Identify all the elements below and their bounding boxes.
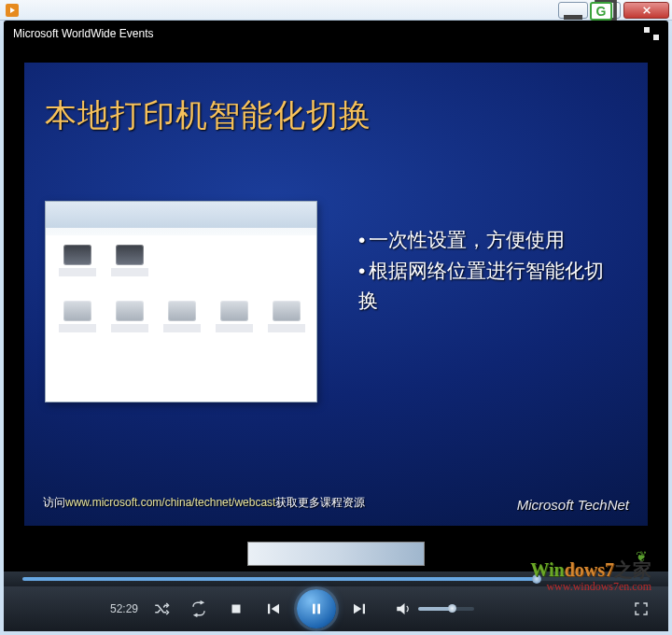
svg-rect-5 — [313, 604, 315, 614]
close-button[interactable] — [623, 2, 669, 19]
video-stage: 本地打印机智能化切换 — [4, 47, 668, 536]
player-header: Microsoft WorldWide Events — [4, 21, 668, 47]
previous-button[interactable] — [259, 595, 287, 623]
fullscreen-button[interactable] — [627, 595, 655, 623]
bullet-item: 根据网络位置进行智能化切换 — [358, 256, 623, 317]
ime-badge[interactable]: G — [590, 2, 612, 21]
slide-screenshot — [45, 201, 317, 402]
mute-button[interactable] — [392, 595, 414, 623]
app-icon — [6, 4, 19, 17]
minimize-button[interactable] — [558, 2, 588, 19]
bullet-item: 一次性设置，方便使用 — [358, 225, 623, 256]
slide-footer-url: www.microsoft.com/china/technet/webcast — [65, 496, 275, 509]
volume-thumb[interactable] — [448, 604, 456, 613]
volume-group — [392, 595, 474, 623]
svg-rect-3 — [268, 604, 270, 614]
elapsed-time: 52:29 — [19, 602, 138, 615]
svg-marker-4 — [272, 604, 279, 614]
svg-rect-0 — [564, 15, 582, 20]
playback-controls: 52:29 — [4, 586, 668, 631]
media-player-window: G Microsoft WorldWide Events 本地打印机智能化切换 — [0, 0, 672, 635]
repeat-button[interactable] — [185, 595, 213, 623]
presentation-slide: 本地打印机智能化切换 — [24, 63, 648, 526]
svg-rect-8 — [363, 604, 365, 614]
svg-rect-6 — [317, 604, 320, 614]
seek-bar-row — [4, 572, 668, 586]
shuffle-button[interactable] — [147, 595, 175, 623]
svg-marker-9 — [397, 603, 404, 614]
play-pause-button[interactable] — [297, 589, 336, 628]
stop-button[interactable] — [222, 595, 250, 623]
slide-bullets: 一次性设置，方便使用 根据网络位置进行智能化切换 — [358, 225, 623, 317]
svg-marker-7 — [354, 604, 361, 614]
slide-footer: 访问www.microsoft.com/china/technet/webcas… — [43, 495, 365, 511]
view-switch-icon[interactable] — [644, 27, 659, 40]
window-titlebar — [0, 0, 672, 21]
slide-title: 本地打印机智能化切换 — [45, 94, 371, 137]
seek-bar[interactable] — [22, 577, 650, 581]
svg-rect-2 — [232, 605, 241, 614]
volume-slider[interactable] — [418, 607, 474, 611]
video-title: Microsoft WorldWide Events — [13, 27, 154, 40]
thumbnail-strip — [4, 536, 668, 572]
player-body: Microsoft WorldWide Events 本地打印机智能化切换 — [4, 21, 668, 631]
seek-thumb[interactable] — [532, 574, 541, 584]
thumbnail[interactable] — [247, 542, 425, 566]
slide-brand: Microsoft TechNet — [517, 497, 629, 513]
next-button[interactable] — [345, 595, 373, 623]
